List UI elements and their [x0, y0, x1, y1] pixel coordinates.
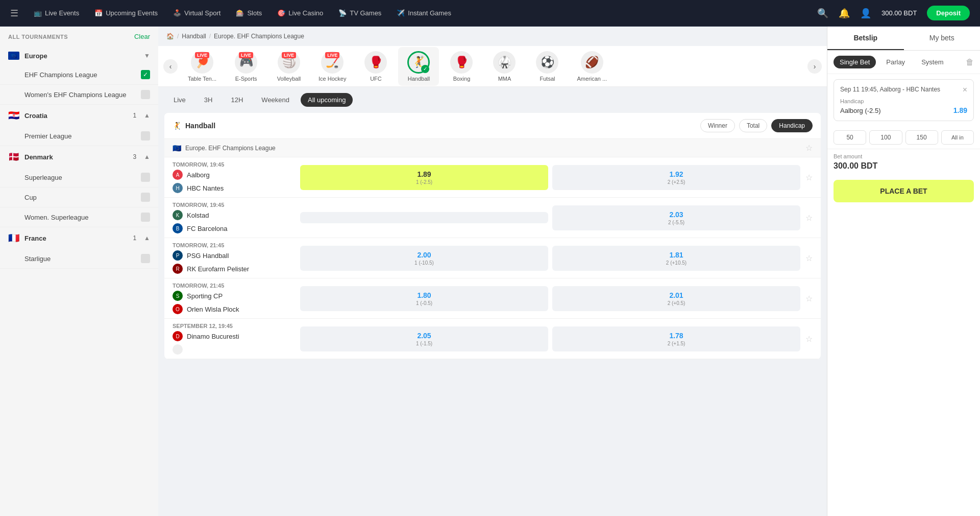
- quick-amount-100[interactable]: 100: [869, 130, 902, 145]
- home-icon[interactable]: 🏠: [166, 33, 174, 40]
- country-count-denmark: 3: [133, 153, 136, 160]
- breadcrumb-sport[interactable]: Handball: [182, 33, 206, 40]
- sport-scroll-left[interactable]: ‹: [163, 59, 178, 74]
- league-check-croatia-premier[interactable]: [141, 131, 150, 140]
- sport-item-boxing[interactable]: 🥊 Boxing: [441, 47, 482, 86]
- filter-3h[interactable]: 3H: [197, 93, 220, 107]
- league-item-wehf[interactable]: Women's EHF Champions League: [0, 85, 158, 105]
- tab-my-bets[interactable]: My bets: [904, 27, 981, 50]
- nav-live-casino[interactable]: 🎯 Live Casino: [277, 9, 323, 17]
- search-icon[interactable]: 🔍: [817, 8, 828, 19]
- sidebar-country-france[interactable]: 🇫🇷 France 1 ▲: [0, 227, 158, 249]
- tab-winner[interactable]: Winner: [700, 119, 735, 132]
- match-star-4[interactable]: ☆: [805, 283, 813, 314]
- filter-live[interactable]: Live: [166, 93, 193, 107]
- sport-item-mma[interactable]: 🥋 MMA: [484, 47, 525, 86]
- nav-slots[interactable]: 🎰 Slots: [236, 9, 262, 17]
- filter-all-upcoming[interactable]: All upcoming: [301, 93, 353, 107]
- odd-button-rk-handicap[interactable]: 1.81 2 (+10.5): [552, 246, 800, 271]
- odd-button-opponent5-handicap[interactable]: 1.78 2 (+1.5): [552, 326, 800, 351]
- league-check-wehf[interactable]: [141, 90, 150, 99]
- tab-total[interactable]: Total: [739, 119, 767, 132]
- nav-tv-games[interactable]: 📡 TV Games: [338, 9, 381, 17]
- favorite-match-star-2[interactable]: ☆: [805, 213, 813, 223]
- match-star-1[interactable]: ☆: [805, 161, 813, 193]
- odd-button-dinamo-handicap[interactable]: 2.05 1 (-1.5): [300, 326, 548, 351]
- league-item-cup[interactable]: Cup: [0, 187, 158, 207]
- match-teams-3: P PSG Handball R RK Eurofarm Pelister: [173, 250, 295, 274]
- sidebar-country-croatia[interactable]: 🇭🇷 Croatia 1 ▲: [0, 105, 158, 126]
- team-logo-sporting: S: [173, 291, 183, 301]
- league-item-superleague[interactable]: Superleague: [0, 168, 158, 187]
- quick-amount-50[interactable]: 50: [834, 130, 866, 145]
- league-check-women-superleague[interactable]: [141, 213, 150, 222]
- deposit-button[interactable]: Deposit: [927, 6, 970, 20]
- sport-item-icehockey[interactable]: LIVE 🏒 Ice Hockey: [311, 47, 353, 86]
- odd-button-hbc-handicap[interactable]: 1.92 2 (+2.5): [552, 165, 800, 190]
- clear-betslip-icon[interactable]: 🗑: [966, 58, 974, 67]
- quick-amount-all-in[interactable]: All in: [941, 130, 974, 145]
- bet-type-single[interactable]: Single Bet: [834, 56, 876, 68]
- sport-icon-mma: 🥋: [493, 51, 516, 74]
- tab-betslip[interactable]: Betslip: [827, 27, 904, 50]
- sport-icon-american: 🏈: [581, 51, 603, 74]
- sidebar-country-denmark[interactable]: 🇩🇰 Denmark 3 ▲: [0, 146, 158, 168]
- favorite-match-star-1[interactable]: ☆: [805, 173, 813, 182]
- nav-instant-games[interactable]: ✈️ Instant Games: [397, 9, 451, 17]
- nav-virtual-sport[interactable]: 🕹️ Virtual Sport: [173, 9, 220, 17]
- bet-type-parlay[interactable]: Parlay: [880, 56, 911, 68]
- bet-type-system[interactable]: System: [915, 56, 949, 68]
- league-check-ehf[interactable]: ✓: [141, 70, 150, 79]
- sport-scroll-right[interactable]: ›: [807, 59, 822, 74]
- sport-item-futsal[interactable]: ⚽ Futsal: [527, 47, 568, 86]
- odd-button-kolstad-handicap[interactable]: [300, 212, 548, 223]
- filter-weekend[interactable]: Weekend: [254, 93, 297, 107]
- sport-item-ufc[interactable]: 🥊 UFC: [355, 47, 396, 86]
- team-name-rk: RK Eurofarm Pelister: [187, 265, 249, 273]
- match-star-2[interactable]: ☆: [805, 202, 813, 233]
- odd-button-sporting-handicap[interactable]: 1.80 1 (-0.5): [300, 286, 548, 311]
- odd-button-orlen-handicap[interactable]: 2.01 2 (+0.5): [552, 286, 800, 311]
- odds-section-4: 1.80 1 (-0.5) 2.01 2 (+0.5): [300, 283, 800, 314]
- quick-amount-150[interactable]: 150: [905, 130, 938, 145]
- nav-upcoming-events[interactable]: 📅 Upcoming Events: [94, 9, 158, 17]
- nav-live-events[interactable]: 📺 Live Events: [34, 9, 79, 17]
- instant-games-icon: ✈️: [397, 9, 405, 17]
- sport-item-volleyball[interactable]: LIVE 🏐 Volleyball: [268, 47, 309, 86]
- sport-item-tabletennis[interactable]: LIVE 🏓 Table Ten...: [181, 47, 224, 86]
- odd-label-5-2: 2 (+1.5): [668, 341, 685, 346]
- sport-item-esports[interactable]: LIVE 🎮 E-Sports: [226, 47, 266, 86]
- league-check-starligue[interactable]: [141, 254, 150, 263]
- odd-value-1-2: 1.92: [669, 170, 683, 178]
- menu-icon[interactable]: ☰: [10, 8, 18, 19]
- league-check-superleague[interactable]: [141, 173, 150, 182]
- favorite-match-star-5[interactable]: ☆: [805, 334, 813, 344]
- odd-button-barcelona-handicap[interactable]: 2.03 2 (-5.5): [552, 205, 800, 230]
- bell-icon[interactable]: 🔔: [839, 8, 850, 19]
- team-logo-rk: R: [173, 264, 183, 274]
- odd-button-aalborg-handicap[interactable]: 1.89 1 (-2.5): [300, 165, 548, 190]
- league-item-croatia-premier[interactable]: Premier League: [0, 126, 158, 146]
- place-bet-button[interactable]: PLACE A BET: [834, 180, 974, 202]
- league-item-starligue[interactable]: Starligue: [0, 249, 158, 269]
- sidebar-country-europe[interactable]: 🇪🇺 Europe ▼: [0, 46, 158, 65]
- favorite-league-star[interactable]: ☆: [805, 143, 813, 153]
- match-star-5[interactable]: ☆: [805, 323, 813, 355]
- clear-button[interactable]: Clear: [134, 33, 150, 40]
- league-item-women-superleague[interactable]: Women. Superleague: [0, 207, 158, 227]
- sport-label-futsal: Futsal: [540, 76, 555, 82]
- match-star-3[interactable]: ☆: [805, 242, 813, 274]
- user-icon[interactable]: 👤: [860, 8, 871, 19]
- tab-handicap[interactable]: Handicap: [771, 119, 813, 132]
- sport-label-mma: MMA: [498, 76, 511, 82]
- odd-button-psg-handicap[interactable]: 2.00 1 (-10.5): [300, 246, 548, 271]
- betslip-close-button[interactable]: ×: [963, 86, 967, 94]
- sport-item-american[interactable]: 🏈 American ...: [570, 47, 614, 86]
- league-item-ehf[interactable]: EHF Champions League ✓: [0, 65, 158, 85]
- favorite-match-star-3[interactable]: ☆: [805, 253, 813, 263]
- league-check-cup[interactable]: [141, 193, 150, 202]
- sport-item-handball[interactable]: 🤾 ✓ Handball: [398, 47, 439, 86]
- favorite-match-star-4[interactable]: ☆: [805, 294, 813, 303]
- match-time-3: TOMORROW, 21:45: [173, 242, 295, 248]
- filter-12h[interactable]: 12H: [224, 93, 250, 107]
